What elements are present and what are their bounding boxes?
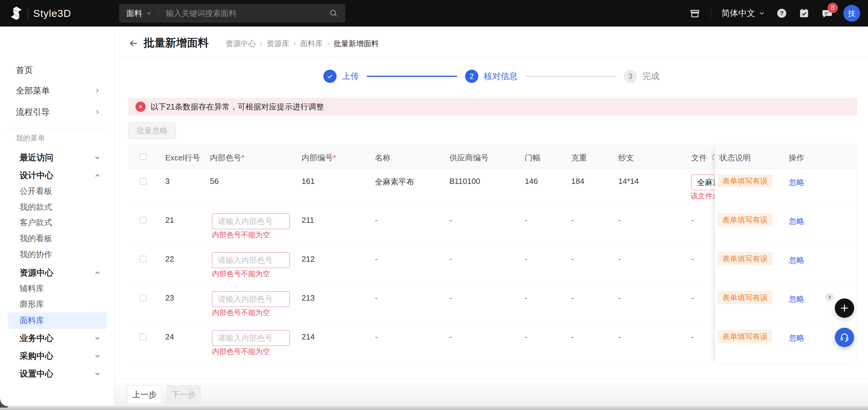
step-check-icon — [323, 70, 337, 83]
breadcrumb-separator: › — [260, 39, 262, 48]
row-checkbox[interactable] — [140, 256, 147, 262]
breadcrumb-item[interactable]: 资源库 — [267, 39, 289, 49]
step-number: 3 — [624, 70, 637, 83]
chevron-down-icon — [94, 335, 101, 342]
sidebar-item-process-guide[interactable]: 流程引导 — [0, 105, 114, 119]
ignore-link[interactable]: 忽略 — [789, 255, 804, 265]
cell-excel-row: 21 — [165, 216, 174, 225]
headset-icon — [839, 332, 849, 343]
app-window: Style3D 面料 输入关键词搜索面料 简体中文 ? — [0, 0, 868, 410]
search-input[interactable]: 输入关键词搜索面料 — [166, 8, 329, 19]
internal-color-input[interactable]: 请输入内部色号 — [212, 330, 290, 346]
select-all-checkbox[interactable] — [140, 153, 147, 160]
sidebar-group-business-center[interactable]: 业务中心 — [0, 331, 114, 346]
row-checkbox[interactable] — [140, 178, 147, 185]
sidebar-item-my-board[interactable]: 我的看板 — [0, 231, 114, 246]
logo-divider — [28, 7, 28, 19]
col-weight: 克重 — [571, 153, 587, 163]
sidebar-item-all-menu[interactable]: 全部菜单 — [0, 84, 114, 98]
search-divider — [158, 9, 159, 18]
status-badge: 表单填写有误 — [717, 291, 772, 304]
cell-internal-no: 211 — [302, 216, 314, 225]
internal-color-input[interactable]: 请输入内部色号 — [212, 291, 290, 307]
ignore-link[interactable]: 忽略 — [789, 333, 804, 343]
cell-weight: - — [571, 254, 574, 264]
support-fab-button[interactable] — [835, 328, 854, 347]
alert-text: 以下21条数据存在异常，可根据对应提示进行调整 — [151, 102, 324, 112]
ignore-link[interactable]: 忽略 — [789, 177, 804, 188]
marketplace-icon[interactable] — [689, 7, 701, 19]
row-checkbox[interactable] — [140, 217, 147, 224]
breadcrumb: 资源中心 › 资源库 › 面料库 › 批量新增面料 — [226, 27, 379, 60]
cell-file: - — [691, 254, 694, 264]
topbar-right: 简体中文 ? 8 技 — [689, 0, 860, 27]
sidebar-item-my-styles[interactable]: 我的款式 — [0, 200, 114, 214]
page-title: 批量新增面料 — [144, 36, 209, 50]
ignore-link[interactable]: 忽略 — [789, 216, 804, 227]
step-connector — [525, 76, 616, 77]
sidebar-group-recent[interactable]: 最近访问 — [0, 151, 114, 165]
step-label: 完成 — [642, 70, 659, 82]
cell-internal-no: 214 — [302, 332, 315, 342]
color-error-text: 内部色号不能为空 — [212, 230, 270, 240]
chevron-right-icon — [94, 108, 101, 116]
sidebar-group-settings-center[interactable]: 设置中心 — [0, 367, 114, 381]
sidebar-group-design-center[interactable]: 设计中心 — [0, 168, 114, 183]
internal-color-input[interactable]: 请输入内部色号 — [212, 214, 290, 229]
sidebar-item-fabric-library[interactable]: 面料库 — [0, 313, 114, 328]
cell-excel-row: 24 — [165, 332, 174, 342]
col-file: 文件 — [691, 153, 707, 163]
table-expand-handle[interactable] — [826, 293, 834, 301]
search-category-select[interactable]: 面料 — [126, 8, 142, 19]
add-fab-button[interactable] — [835, 298, 854, 318]
cell-supplier-no: - — [450, 254, 452, 264]
status-badge: 表单填写有误 — [717, 174, 772, 188]
cell-weight: - — [571, 216, 574, 225]
sidebar-item-silhouette-library[interactable]: 廓形库 — [0, 297, 114, 311]
messages-icon[interactable]: 8 — [820, 7, 833, 20]
svg-text:?: ? — [780, 10, 784, 17]
topbar: Style3D 面料 输入关键词搜索面料 简体中文 ? — [0, 0, 868, 27]
color-error-text: 内部色号不能为空 — [212, 308, 270, 317]
global-search[interactable]: 面料 输入关键词搜索面料 — [119, 4, 345, 23]
language-select[interactable]: 简体中文 — [721, 7, 766, 19]
breadcrumb-item[interactable]: 资源中心 — [226, 39, 256, 49]
ignore-link[interactable]: 忽略 — [789, 294, 804, 305]
chevron-down-icon — [758, 10, 766, 17]
topbar-divider — [711, 8, 711, 19]
fixed-columns-panel: 状态说明 操作 表单填写有误 忽略 表单填写有误 忽略 表单填写有误 忽略 表单… — [715, 145, 857, 363]
tasks-icon[interactable] — [798, 7, 810, 19]
cell-supplier-no: - — [450, 293, 452, 303]
chevron-up-icon — [94, 269, 101, 277]
cell-yarn: - — [618, 254, 621, 264]
sidebar-item-client-styles[interactable]: 客户款式 — [0, 215, 114, 230]
logo[interactable]: Style3D — [10, 0, 71, 27]
sidebar-item-my-collab[interactable]: 我的协作 — [0, 247, 114, 262]
sidebar-group-purchase-center[interactable]: 采购中心 — [0, 349, 114, 363]
internal-color-input[interactable]: 请输入内部色号 — [212, 252, 290, 268]
col-internal-color: 内部色号* — [210, 153, 244, 163]
search-icon[interactable] — [329, 9, 338, 18]
chevron-up-icon — [94, 172, 101, 179]
error-alert-banner: 以下21条数据存在异常，可根据对应提示进行调整 — [128, 98, 857, 116]
row-checkbox[interactable] — [140, 334, 147, 340]
col-supplier-no: 供应商编号 — [450, 153, 489, 163]
error-icon — [135, 102, 146, 112]
sidebar-group-resource-center[interactable]: 资源中心 — [0, 265, 114, 280]
row-checkbox[interactable] — [140, 294, 147, 302]
window-corner — [0, 399, 8, 408]
step-connector — [367, 76, 457, 77]
sidebar-item-home[interactable]: 首页 — [0, 63, 114, 77]
sidebar-item-public-board[interactable]: 公开看板 — [0, 184, 114, 198]
batch-ignore-button[interactable]: 批量忽略 — [128, 122, 176, 139]
avatar[interactable]: 技 — [843, 5, 860, 22]
language-label: 简体中文 — [721, 7, 755, 19]
back-arrow-icon[interactable] — [128, 38, 139, 49]
cell-weight: 184 — [571, 177, 584, 186]
sidebar-item-trim-library[interactable]: 辅料库 — [0, 281, 114, 296]
breadcrumb-item[interactable]: 面料库 — [300, 39, 323, 49]
step-upload: 上传 — [323, 70, 359, 83]
prev-step-button[interactable]: 上一步 — [128, 385, 161, 404]
help-icon[interactable]: ? — [776, 7, 788, 19]
next-step-button[interactable]: 下一步 — [167, 385, 200, 404]
